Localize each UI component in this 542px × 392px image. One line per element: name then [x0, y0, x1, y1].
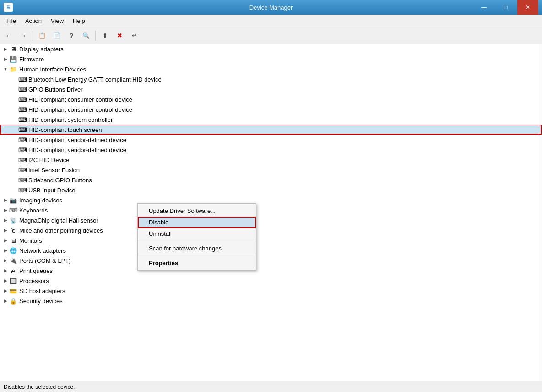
tree-icon-imaging-devices: 📷 [9, 197, 17, 204]
tree-item-sideband-gpio[interactable]: ⌨Sideband GPIO Buttons [0, 175, 542, 185]
tree-expander-human-interface[interactable]: ▼ [2, 65, 9, 73]
titlebar: 🖥 Device Manager — □ ✕ [0, 0, 542, 15]
tree-expander-security[interactable]: ▶ [2, 297, 9, 305]
tree-expander-hid-vendor-2[interactable] [11, 146, 18, 153]
tree-expander-magnachip[interactable]: ▶ [2, 217, 9, 224]
tree-item-processors[interactable]: ▶🔲Processors [0, 276, 542, 286]
toolbar: ← → 📋 📄 ? 🔍 ⬆ ✖ ↩ [0, 27, 542, 44]
tree-expander-monitors[interactable]: ▶ [2, 237, 9, 244]
tree-item-hid-consumer-2[interactable]: ⌨HID-compliant consumer control device [0, 104, 542, 114]
tree-item-firmware[interactable]: ▶💾Firmware [0, 54, 542, 64]
tree-icon-security: 🔒 [9, 298, 17, 305]
main-area: ▶🖥Display adapters▶💾Firmware▼📁Human Inte… [0, 44, 542, 381]
tree-expander-gpio-buttons[interactable] [11, 86, 18, 93]
properties-button[interactable]: 📋 [35, 29, 49, 42]
tree-expander-i2c-hid[interactable] [11, 156, 18, 163]
tree-expander-usb-input[interactable] [11, 186, 18, 194]
tree-label-sd-host: SD host adapters [19, 288, 65, 294]
ctx-item-disable[interactable]: Disable [138, 217, 256, 228]
tree-icon-hid-consumer-1: ⌨ [18, 96, 27, 103]
menu-file[interactable]: File [2, 16, 21, 26]
tree-item-hid-touch[interactable]: ⌨HID-compliant touch screen [0, 125, 542, 135]
tree-icon-ports: 🔌 [9, 257, 17, 264]
tree-item-hid-vendor-1[interactable]: ⌨HID-compliant vendor-defined device [0, 135, 542, 145]
tree-expander-hid-consumer-1[interactable] [11, 96, 18, 103]
tree-item-i2c-hid[interactable]: ⌨I2C HID Device [0, 155, 542, 165]
tree-icon-firmware: 💾 [9, 56, 17, 63]
toolbar-sep-2 [95, 31, 96, 41]
tree-label-hid-vendor-1: HID-compliant vendor-defined device [28, 136, 126, 143]
tree-item-keyboards[interactable]: ▶⌨Keyboards [0, 205, 542, 215]
tree-expander-hid-consumer-2[interactable] [11, 106, 18, 113]
back-button[interactable]: ← [2, 29, 16, 42]
ctx-item-update-driver[interactable]: Update Driver Software... [138, 205, 256, 217]
maximize-button[interactable]: □ [495, 0, 516, 15]
tree-item-bluetooth-hid[interactable]: ⌨Bluetooth Low Energy GATT compliant HID… [0, 74, 542, 84]
tree-expander-imaging-devices[interactable]: ▶ [2, 196, 9, 204]
tree-expander-firmware[interactable]: ▶ [2, 55, 9, 63]
tree-item-print-queues[interactable]: ▶🖨Print queues [0, 266, 542, 276]
tree-expander-hid-touch[interactable] [11, 126, 18, 133]
tree-expander-sideband-gpio[interactable] [11, 176, 18, 184]
tree-expander-display-adapters[interactable]: ▶ [2, 45, 9, 53]
tree-expander-processors[interactable]: ▶ [2, 277, 9, 284]
tree-item-monitors[interactable]: ▶🖥Monitors [0, 235, 542, 245]
tree-icon-hid-vendor-2: ⌨ [18, 147, 27, 153]
tree-label-hid-system: HID-compliant system controller [28, 116, 113, 123]
tree-expander-bluetooth-hid[interactable] [11, 76, 18, 83]
tree-expander-hid-vendor-1[interactable] [11, 136, 18, 143]
tree-item-network-adapters[interactable]: ▶🌐Network adapters [0, 245, 542, 256]
tree-icon-gpio-buttons: ⌨ [18, 86, 27, 93]
context-menu: Update Driver Software...DisableUninstal… [137, 203, 256, 271]
minimize-button[interactable]: — [473, 0, 494, 15]
tree-item-imaging-devices[interactable]: ▶📷Imaging devices [0, 195, 542, 205]
device-tree[interactable]: ▶🖥Display adapters▶💾Firmware▼📁Human Inte… [0, 44, 542, 381]
tree-icon-processors: 🔲 [9, 278, 17, 284]
tree-item-usb-input[interactable]: ⌨USB Input Device [0, 185, 542, 195]
ctx-item-uninstall[interactable]: Uninstall [138, 228, 256, 240]
close-button[interactable]: ✕ [517, 0, 538, 15]
driver-details-button[interactable]: 📄 [50, 29, 64, 42]
tree-icon-i2c-hid: ⌨ [18, 157, 27, 163]
tree-expander-keyboards[interactable]: ▶ [2, 207, 9, 214]
ctx-separator [138, 241, 256, 241]
tree-expander-mice[interactable]: ▶ [2, 227, 9, 234]
tree-expander-sd-host[interactable]: ▶ [2, 287, 9, 294]
tree-label-bluetooth-hid: Bluetooth Low Energy GATT compliant HID … [28, 76, 162, 83]
help-button[interactable]: ? [65, 29, 78, 42]
tree-icon-hid-touch: ⌨ [18, 126, 27, 133]
tree-label-gpio-buttons: GPIO Buttons Driver [28, 86, 82, 93]
ctx-item-properties[interactable]: Properties [138, 257, 256, 269]
tree-expander-hid-system[interactable] [11, 116, 18, 123]
tree-item-mice[interactable]: ▶🖱Mice and other pointing devices [0, 225, 542, 235]
titlebar-title: Device Manager [249, 4, 293, 11]
tree-expander-intel-sensor[interactable] [11, 166, 18, 174]
tree-item-hid-vendor-2[interactable]: ⌨HID-compliant vendor-defined device [0, 145, 542, 155]
tree-item-hid-system[interactable]: ⌨HID-compliant system controller [0, 114, 542, 125]
status-text: Disables the selected device. [4, 384, 75, 390]
update-driver-button[interactable]: ⬆ [98, 29, 112, 42]
tree-item-magnachip[interactable]: ▶📡MagnaChip digital Hall sensor [0, 215, 542, 225]
tree-expander-network-adapters[interactable]: ▶ [2, 247, 9, 254]
forward-button[interactable]: → [16, 29, 30, 42]
tree-icon-intel-sensor: ⌨ [18, 167, 27, 174]
ctx-item-scan-hardware[interactable]: Scan for hardware changes [138, 243, 256, 254]
tree-icon-hid-vendor-1: ⌨ [18, 136, 27, 143]
rollback-button[interactable]: ↩ [127, 29, 141, 42]
scan-button[interactable]: 🔍 [79, 29, 93, 42]
tree-item-security[interactable]: ▶🔒Security devices [0, 296, 542, 306]
menu-action[interactable]: Action [21, 16, 46, 26]
tree-icon-usb-input: ⌨ [18, 187, 27, 194]
tree-expander-print-queues[interactable]: ▶ [2, 267, 9, 274]
tree-item-intel-sensor[interactable]: ⌨Intel Sensor Fusion [0, 165, 542, 175]
menu-help[interactable]: Help [68, 16, 90, 26]
tree-item-gpio-buttons[interactable]: ⌨GPIO Buttons Driver [0, 84, 542, 94]
tree-item-ports[interactable]: ▶🔌Ports (COM & LPT) [0, 256, 542, 266]
tree-item-sd-host[interactable]: ▶💳SD host adapters [0, 286, 542, 296]
menu-view[interactable]: View [46, 16, 68, 26]
uninstall-button[interactable]: ✖ [113, 29, 126, 42]
tree-item-hid-consumer-1[interactable]: ⌨HID-compliant consumer control device [0, 94, 542, 104]
tree-expander-ports[interactable]: ▶ [2, 257, 9, 264]
tree-item-display-adapters[interactable]: ▶🖥Display adapters [0, 44, 542, 54]
tree-item-human-interface[interactable]: ▼📁Human Interface Devices [0, 64, 542, 74]
